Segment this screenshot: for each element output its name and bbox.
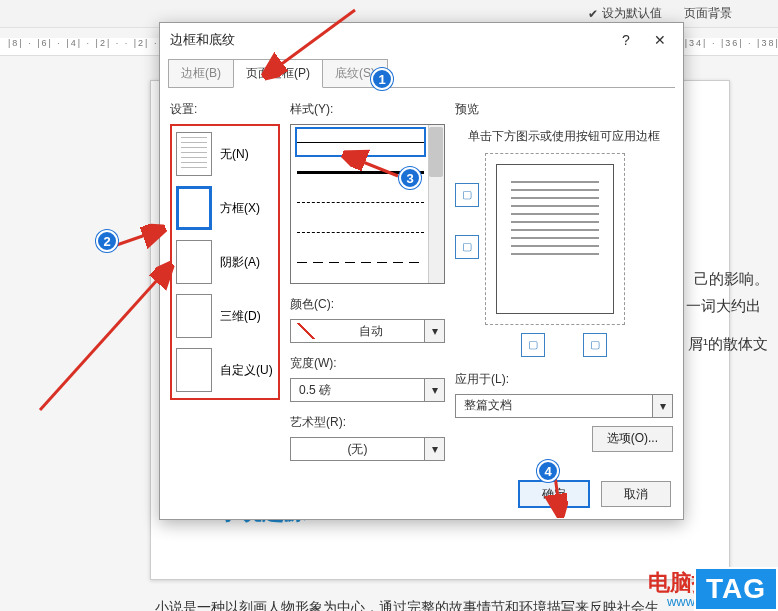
style-label: 样式(Y): <box>290 101 445 118</box>
help-button[interactable]: ? <box>611 29 641 51</box>
setting-box-thumb <box>176 186 212 230</box>
color-value: 自动 <box>317 323 424 340</box>
color-combo[interactable]: 自动 ▾ <box>290 319 445 343</box>
style-listbox[interactable] <box>290 124 445 284</box>
style-option-solid[interactable] <box>297 129 424 155</box>
settings-column: 设置: 无(N) 方框(X) 阴影(A) 三维(D) <box>170 97 280 461</box>
dialog-title: 边框和底纹 <box>170 32 235 49</box>
tag-badge: TAG <box>694 567 778 611</box>
apply-to-label: 应用于(L): <box>455 371 673 388</box>
setting-custom-thumb <box>176 348 212 392</box>
dialog-tabs: 边框(B) 页面边框(P) 底纹(S) <box>160 57 683 88</box>
setting-custom-label: 自定义(U) <box>220 362 273 379</box>
setting-shadow-thumb <box>176 240 212 284</box>
page-background-label: 页面背景 <box>684 5 732 22</box>
annotation-bubble-1: 1 <box>371 68 393 90</box>
art-value: (无) <box>291 441 424 458</box>
dialog-footer: 确定 取消 <box>160 471 683 519</box>
setting-box-label: 方框(X) <box>220 200 260 217</box>
setting-shadow[interactable]: 阴影(A) <box>176 240 274 284</box>
chevron-down-icon: ▾ <box>424 379 444 401</box>
preview-label: 预览 <box>455 101 673 118</box>
borders-shading-dialog: 边框和底纹 ? ✕ 边框(B) 页面边框(P) 底纹(S) 设置: 无(N) 方… <box>159 22 684 520</box>
options-button[interactable]: 选项(O)... <box>592 426 673 452</box>
setting-shadow-label: 阴影(A) <box>220 254 260 271</box>
art-combo[interactable]: (无) ▾ <box>290 437 445 461</box>
set-default-label: 设为默认值 <box>602 5 662 22</box>
check-icon: ✔ <box>588 7 598 21</box>
edge-bottom-button[interactable]: ▢ <box>455 235 479 259</box>
tab-border[interactable]: 边框(B) <box>168 59 234 88</box>
chevron-down-icon: ▾ <box>424 438 444 460</box>
preview-page <box>496 164 614 314</box>
style-column: 样式(Y): 颜色(C): 自动 ▾ 宽度(W): <box>290 97 445 461</box>
setting-none[interactable]: 无(N) <box>176 132 274 176</box>
edge-right-button[interactable]: ▢ <box>583 333 607 357</box>
settings-label: 设置: <box>170 101 280 118</box>
annotation-bubble-3: 3 <box>399 167 421 189</box>
doc-text-fragment: 屑¹的散体文 <box>688 330 768 359</box>
setting-custom[interactable]: 自定义(U) <box>176 348 274 392</box>
auto-color-swatch <box>295 323 317 339</box>
dialog-titlebar: 边框和底纹 ? ✕ <box>160 23 683 57</box>
edge-top-button[interactable]: ▢ <box>455 183 479 207</box>
width-value: 0.5 磅 <box>291 382 424 399</box>
apply-to-combo[interactable]: 整篇文档 ▾ <box>455 394 673 418</box>
cancel-button[interactable]: 取消 <box>601 481 671 507</box>
setting-threed[interactable]: 三维(D) <box>176 294 274 338</box>
style-option-dashed-long[interactable] <box>297 249 424 275</box>
art-label: 艺术型(R): <box>290 414 445 431</box>
annotation-bubble-4: 4 <box>537 460 559 482</box>
width-label: 宽度(W): <box>290 355 445 372</box>
settings-list-highlight: 无(N) 方框(X) 阴影(A) 三维(D) 自定义(U) <box>170 124 280 400</box>
preview-side-buttons: ▢ ▢ <box>455 153 479 325</box>
annotation-bubble-2: 2 <box>96 230 118 252</box>
doc-text-fragment: 己的影响。 <box>694 265 769 294</box>
doc-text-fragment: 小说是一种以刻画人物形象为中心，通过完整的故事情节和环境描写来反映社会生 <box>155 594 659 611</box>
page-background-group: 页面背景 <box>678 3 738 24</box>
color-label: 颜色(C): <box>290 296 445 313</box>
setting-none-thumb <box>176 132 212 176</box>
preview-hint: 单击下方图示或使用按钮可应用边框 <box>459 128 669 145</box>
style-option-dashed-med[interactable] <box>297 219 424 245</box>
preview-page-frame[interactable] <box>485 153 625 325</box>
help-icon: ? <box>622 32 630 48</box>
setting-none-label: 无(N) <box>220 146 249 163</box>
set-default-button[interactable]: ✔ 设为默认值 <box>582 3 668 24</box>
setting-threed-label: 三维(D) <box>220 308 261 325</box>
tab-page-border[interactable]: 页面边框(P) <box>233 59 323 88</box>
setting-threed-thumb <box>176 294 212 338</box>
apply-to-value: 整篇文档 <box>456 397 652 414</box>
svg-line-2 <box>40 268 168 410</box>
ok-button[interactable]: 确定 <box>519 481 589 507</box>
style-scrollbar[interactable] <box>428 125 444 283</box>
setting-box[interactable]: 方框(X) <box>176 186 274 230</box>
style-option-dashed-fine[interactable] <box>297 189 424 215</box>
width-combo[interactable]: 0.5 磅 ▾ <box>290 378 445 402</box>
chevron-down-icon: ▾ <box>652 395 672 417</box>
style-option-dashdot[interactable] <box>297 279 424 284</box>
preview-column: 预览 单击下方图示或使用按钮可应用边框 ▢ ▢ ▢ ▢ 应用于(L): <box>455 97 673 461</box>
close-icon: ✕ <box>654 32 666 48</box>
close-button[interactable]: ✕ <box>645 29 675 51</box>
edge-left-button[interactable]: ▢ <box>521 333 545 357</box>
doc-text-fragment: 一词大约出 <box>686 292 761 321</box>
chevron-down-icon: ▾ <box>424 320 444 342</box>
preview-bottom-buttons: ▢ ▢ <box>455 333 673 357</box>
